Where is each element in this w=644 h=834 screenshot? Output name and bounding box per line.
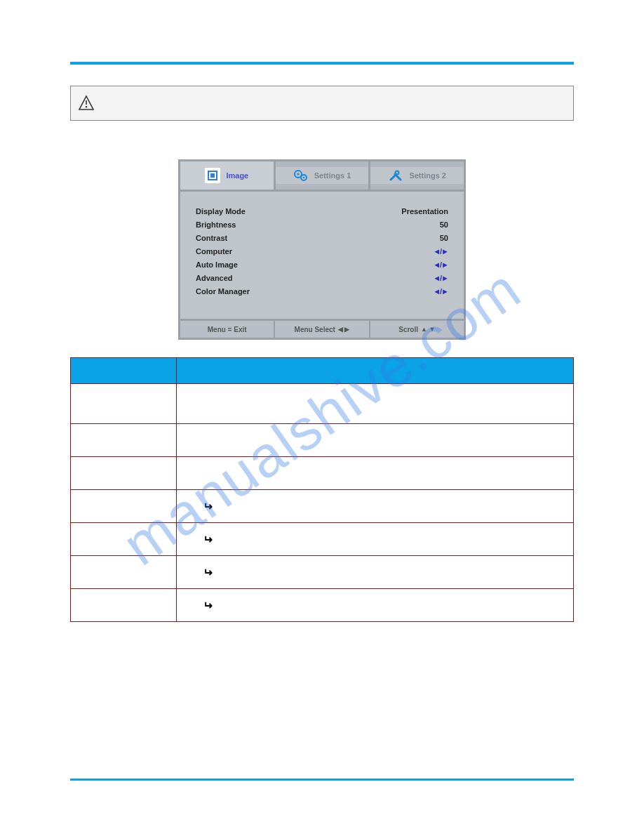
- item-cell: [71, 490, 177, 523]
- footer-menu-select: Menu Select ◀ ▶: [275, 321, 370, 338]
- osd-row-display-mode[interactable]: Display Mode Presentation: [196, 204, 448, 218]
- osd-tabs: Image Settings 1: [180, 161, 464, 192]
- table-row: [71, 424, 574, 457]
- enter-icon: ↵: [203, 500, 213, 513]
- osd-row-brightness[interactable]: Brightness 50: [196, 218, 448, 231]
- desc-cell: ↵: [177, 556, 574, 589]
- tab-label: Image: [226, 171, 248, 180]
- svg-point-7: [297, 173, 299, 175]
- table-row: ↵: [71, 523, 574, 556]
- row-label: Brightness: [196, 220, 236, 229]
- item-cell: [71, 457, 177, 490]
- osd-row-auto-image[interactable]: Auto Image ◄/►: [196, 258, 448, 271]
- submenu-icon: ◄/►: [433, 260, 448, 269]
- table-row: ↵: [71, 556, 574, 589]
- table-row: [71, 457, 574, 490]
- table-row: ↵: [71, 589, 574, 622]
- osd-body: Display Mode Presentation Brightness 50 …: [180, 192, 464, 319]
- svg-point-9: [303, 177, 304, 178]
- row-label: Display Mode: [196, 207, 246, 216]
- desc-cell: [177, 457, 574, 490]
- submenu-icon: ◄/►: [433, 287, 448, 296]
- desc-cell: ↵: [177, 490, 574, 523]
- item-cell: [71, 523, 177, 556]
- up-down-icon: ▲ ▼: [421, 326, 435, 333]
- table-row: [71, 384, 574, 424]
- tab-label: Settings 2: [409, 171, 446, 180]
- footer-scroll: Scroll ▲ ▼: [370, 321, 464, 338]
- row-label: Contrast: [196, 234, 227, 242]
- table-header-row: [71, 358, 574, 384]
- tools-icon: [388, 168, 403, 183]
- row-label: Computer: [196, 247, 232, 256]
- enter-icon: ↵: [203, 599, 213, 612]
- col-desc: [177, 358, 574, 384]
- row-value: Presentation: [401, 207, 448, 216]
- col-item: [71, 358, 177, 384]
- desc-cell: [177, 384, 574, 424]
- enter-icon: ↵: [203, 566, 213, 579]
- footer-label: Scroll: [398, 326, 418, 333]
- svg-point-2: [86, 106, 87, 107]
- note-box: [70, 86, 574, 121]
- desc-cell: ↵: [177, 589, 574, 622]
- tab-settings1[interactable]: Settings 1: [276, 161, 371, 190]
- tab-settings2[interactable]: Settings 2: [370, 161, 464, 190]
- footer-label: Menu = Exit: [208, 326, 247, 333]
- submenu-icon: ◄/►: [433, 247, 448, 256]
- item-cell: [71, 589, 177, 622]
- tab-image[interactable]: Image: [180, 161, 276, 190]
- desc-cell: [177, 424, 574, 457]
- footer-menu-exit: Menu = Exit: [180, 321, 275, 338]
- gears-icon: [293, 168, 309, 183]
- osd-row-advanced[interactable]: Advanced ◄/►: [196, 271, 448, 284]
- row-label: Color Manager: [196, 287, 250, 296]
- svg-point-10: [396, 171, 399, 175]
- submenu-icon: ◄/►: [433, 274, 448, 282]
- osd-panel: Image Settings 1: [178, 159, 466, 340]
- item-cell: [71, 384, 177, 424]
- table-row: ↵: [71, 490, 574, 523]
- osd-row-computer[interactable]: Computer ◄/►: [196, 244, 448, 258]
- display-icon: [205, 168, 220, 183]
- left-right-icon: ◀ ▶: [338, 326, 350, 333]
- item-cell: [71, 556, 177, 589]
- menu-description-table: ↵ ↵ ↵ ↵: [70, 357, 574, 622]
- row-label: Auto Image: [196, 260, 238, 269]
- top-divider: [70, 62, 574, 65]
- osd-row-contrast[interactable]: Contrast 50: [196, 231, 448, 244]
- item-cell: [71, 424, 177, 457]
- osd-row-color-manager[interactable]: Color Manager ◄/►: [196, 284, 448, 298]
- bottom-divider: [70, 779, 574, 781]
- osd-footer: Menu = Exit Menu Select ◀ ▶ Scroll ▲ ▼: [180, 319, 464, 338]
- enter-icon: ↵: [203, 533, 213, 546]
- row-label: Advanced: [196, 274, 233, 282]
- svg-rect-5: [210, 173, 215, 178]
- row-value: 50: [440, 234, 448, 242]
- desc-cell: ↵: [177, 523, 574, 556]
- tab-label: Settings 1: [314, 171, 351, 180]
- row-value: 50: [440, 220, 448, 229]
- footer-label: Menu Select: [295, 326, 335, 333]
- warning-icon: [78, 95, 95, 112]
